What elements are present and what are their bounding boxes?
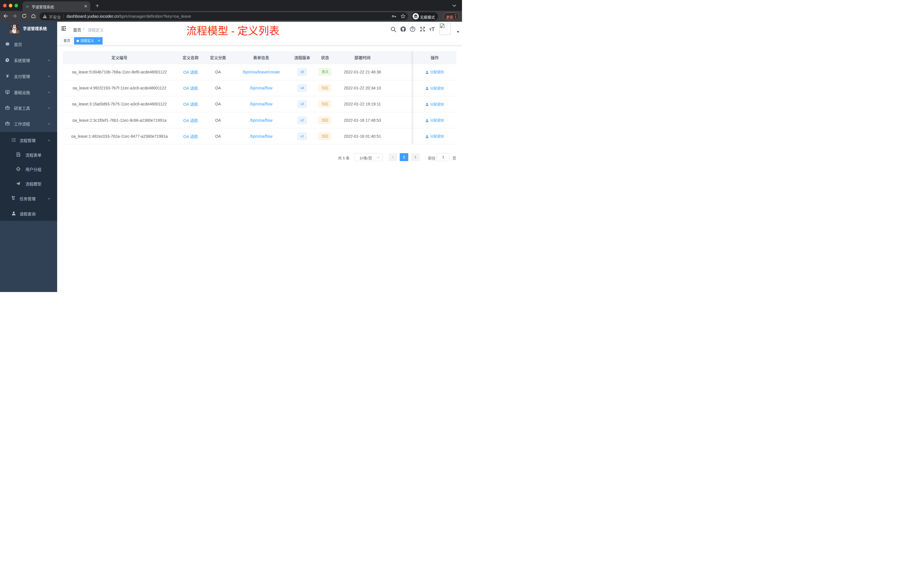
svg-text:¥: ¥ — [6, 74, 9, 78]
